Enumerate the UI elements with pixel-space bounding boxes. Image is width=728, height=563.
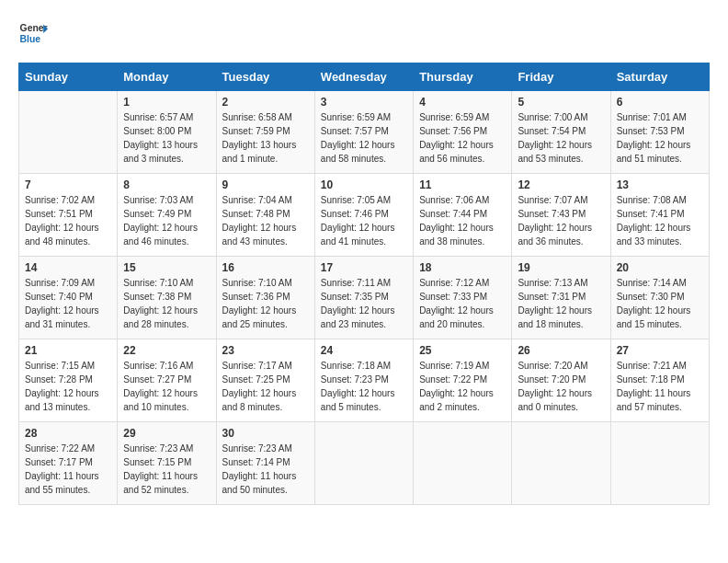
- day-number: 2: [222, 96, 309, 109]
- day-info: Sunrise: 7:19 AM Sunset: 7:22 PM Dayligh…: [419, 359, 506, 414]
- calendar-cell: 19Sunrise: 7:13 AM Sunset: 7:31 PM Dayli…: [512, 257, 610, 339]
- calendar-cell: [414, 422, 512, 505]
- weekday-header-row: SundayMondayTuesdayWednesdayThursdayFrid…: [19, 63, 710, 91]
- calendar-table: SundayMondayTuesdayWednesdayThursdayFrid…: [18, 63, 710, 505]
- calendar-cell: [610, 422, 709, 505]
- day-info: Sunrise: 7:22 AM Sunset: 7:17 PM Dayligh…: [25, 442, 111, 497]
- calendar-cell: 7Sunrise: 7:02 AM Sunset: 7:51 PM Daylig…: [19, 174, 118, 257]
- svg-text:Blue: Blue: [20, 34, 41, 44]
- day-number: 24: [321, 344, 407, 357]
- calendar-cell: 5Sunrise: 7:00 AM Sunset: 7:54 PM Daylig…: [512, 91, 610, 174]
- day-number: 10: [321, 178, 407, 191]
- week-row-5: 28Sunrise: 7:22 AM Sunset: 7:17 PM Dayli…: [19, 422, 710, 505]
- day-number: 17: [321, 261, 407, 274]
- calendar-cell: 18Sunrise: 7:12 AM Sunset: 7:33 PM Dayli…: [414, 257, 512, 339]
- day-info: Sunrise: 7:10 AM Sunset: 7:36 PM Dayligh…: [222, 276, 309, 331]
- weekday-header-wednesday: Wednesday: [314, 63, 413, 91]
- calendar-cell: 13Sunrise: 7:08 AM Sunset: 7:41 PM Dayli…: [610, 174, 709, 257]
- day-info: Sunrise: 6:59 AM Sunset: 7:57 PM Dayligh…: [321, 110, 407, 166]
- day-info: Sunrise: 7:12 AM Sunset: 7:33 PM Dayligh…: [419, 276, 506, 331]
- day-number: 28: [25, 427, 111, 440]
- calendar-cell: 15Sunrise: 7:10 AM Sunset: 7:38 PM Dayli…: [118, 257, 216, 339]
- day-info: Sunrise: 7:06 AM Sunset: 7:44 PM Dayligh…: [419, 193, 506, 248]
- calendar-cell: [19, 91, 118, 174]
- day-info: Sunrise: 7:09 AM Sunset: 7:40 PM Dayligh…: [25, 276, 111, 331]
- week-row-3: 14Sunrise: 7:09 AM Sunset: 7:40 PM Dayli…: [19, 257, 710, 339]
- calendar-cell: 17Sunrise: 7:11 AM Sunset: 7:35 PM Dayli…: [314, 257, 413, 339]
- calendar-cell: 4Sunrise: 6:59 AM Sunset: 7:56 PM Daylig…: [414, 91, 512, 174]
- day-info: Sunrise: 7:05 AM Sunset: 7:46 PM Dayligh…: [321, 193, 407, 248]
- day-number: 9: [222, 178, 309, 191]
- day-info: Sunrise: 7:13 AM Sunset: 7:31 PM Dayligh…: [518, 276, 604, 331]
- calendar-cell: 23Sunrise: 7:17 AM Sunset: 7:25 PM Dayli…: [216, 339, 314, 422]
- day-info: Sunrise: 7:17 AM Sunset: 7:25 PM Dayligh…: [222, 359, 309, 414]
- day-number: 14: [25, 261, 111, 274]
- day-info: Sunrise: 7:07 AM Sunset: 7:43 PM Dayligh…: [518, 193, 604, 248]
- day-number: 23: [222, 344, 309, 357]
- day-number: 3: [321, 96, 407, 109]
- day-number: 1: [123, 96, 210, 109]
- day-number: 27: [617, 344, 703, 357]
- day-info: Sunrise: 7:23 AM Sunset: 7:14 PM Dayligh…: [222, 442, 309, 497]
- day-number: 13: [617, 178, 703, 191]
- day-info: Sunrise: 7:04 AM Sunset: 7:48 PM Dayligh…: [222, 193, 309, 248]
- day-info: Sunrise: 7:11 AM Sunset: 7:35 PM Dayligh…: [321, 276, 407, 331]
- day-info: Sunrise: 7:20 AM Sunset: 7:20 PM Dayligh…: [518, 359, 604, 414]
- day-number: 22: [123, 344, 210, 357]
- weekday-header-sunday: Sunday: [19, 63, 118, 91]
- calendar-cell: 14Sunrise: 7:09 AM Sunset: 7:40 PM Dayli…: [19, 257, 118, 339]
- calendar-cell: 26Sunrise: 7:20 AM Sunset: 7:20 PM Dayli…: [512, 339, 610, 422]
- calendar-cell: 3Sunrise: 6:59 AM Sunset: 7:57 PM Daylig…: [314, 91, 413, 174]
- weekday-header-monday: Monday: [118, 63, 216, 91]
- page-header: General Blue: [18, 18, 710, 48]
- day-number: 18: [419, 261, 506, 274]
- week-row-2: 7Sunrise: 7:02 AM Sunset: 7:51 PM Daylig…: [19, 174, 710, 257]
- calendar-cell: [314, 422, 413, 505]
- day-info: Sunrise: 7:21 AM Sunset: 7:18 PM Dayligh…: [617, 359, 703, 414]
- day-number: 16: [222, 261, 309, 274]
- calendar-cell: 30Sunrise: 7:23 AM Sunset: 7:14 PM Dayli…: [216, 422, 314, 505]
- day-number: 19: [518, 261, 604, 274]
- calendar-cell: 21Sunrise: 7:15 AM Sunset: 7:28 PM Dayli…: [19, 339, 118, 422]
- day-number: 12: [518, 178, 604, 191]
- day-info: Sunrise: 7:00 AM Sunset: 7:54 PM Dayligh…: [518, 110, 604, 166]
- day-number: 5: [518, 96, 604, 109]
- weekday-header-saturday: Saturday: [610, 63, 709, 91]
- weekday-header-tuesday: Tuesday: [216, 63, 314, 91]
- calendar-cell: 24Sunrise: 7:18 AM Sunset: 7:23 PM Dayli…: [314, 339, 413, 422]
- day-number: 15: [123, 261, 210, 274]
- day-number: 29: [123, 427, 210, 440]
- day-number: 4: [419, 96, 506, 109]
- calendar-cell: 1Sunrise: 6:57 AM Sunset: 8:00 PM Daylig…: [118, 91, 216, 174]
- weekday-header-friday: Friday: [512, 63, 610, 91]
- calendar-cell: 2Sunrise: 6:58 AM Sunset: 7:59 PM Daylig…: [216, 91, 314, 174]
- day-number: 11: [419, 178, 506, 191]
- day-info: Sunrise: 7:15 AM Sunset: 7:28 PM Dayligh…: [25, 359, 111, 414]
- day-info: Sunrise: 7:18 AM Sunset: 7:23 PM Dayligh…: [321, 359, 407, 414]
- day-info: Sunrise: 7:10 AM Sunset: 7:38 PM Dayligh…: [123, 276, 210, 331]
- week-row-1: 1Sunrise: 6:57 AM Sunset: 8:00 PM Daylig…: [19, 91, 710, 174]
- day-info: Sunrise: 7:14 AM Sunset: 7:30 PM Dayligh…: [617, 276, 703, 331]
- calendar-cell: 28Sunrise: 7:22 AM Sunset: 7:17 PM Dayli…: [19, 422, 118, 505]
- logo: General Blue: [18, 18, 48, 48]
- day-number: 20: [617, 261, 703, 274]
- day-number: 8: [123, 178, 210, 191]
- day-number: 26: [518, 344, 604, 357]
- calendar-cell: 20Sunrise: 7:14 AM Sunset: 7:30 PM Dayli…: [610, 257, 709, 339]
- calendar-cell: [512, 422, 610, 505]
- calendar-cell: 10Sunrise: 7:05 AM Sunset: 7:46 PM Dayli…: [314, 174, 413, 257]
- day-number: 21: [25, 344, 111, 357]
- weekday-header-thursday: Thursday: [414, 63, 512, 91]
- calendar-cell: 9Sunrise: 7:04 AM Sunset: 7:48 PM Daylig…: [216, 174, 314, 257]
- day-info: Sunrise: 7:01 AM Sunset: 7:53 PM Dayligh…: [617, 110, 703, 166]
- calendar-cell: 11Sunrise: 7:06 AM Sunset: 7:44 PM Dayli…: [414, 174, 512, 257]
- calendar-cell: 27Sunrise: 7:21 AM Sunset: 7:18 PM Dayli…: [610, 339, 709, 422]
- calendar-cell: 8Sunrise: 7:03 AM Sunset: 7:49 PM Daylig…: [118, 174, 216, 257]
- day-info: Sunrise: 7:23 AM Sunset: 7:15 PM Dayligh…: [123, 442, 210, 497]
- calendar-cell: 12Sunrise: 7:07 AM Sunset: 7:43 PM Dayli…: [512, 174, 610, 257]
- calendar-cell: 29Sunrise: 7:23 AM Sunset: 7:15 PM Dayli…: [118, 422, 216, 505]
- day-number: 25: [419, 344, 506, 357]
- calendar-cell: 22Sunrise: 7:16 AM Sunset: 7:27 PM Dayli…: [118, 339, 216, 422]
- day-info: Sunrise: 6:59 AM Sunset: 7:56 PM Dayligh…: [419, 110, 506, 166]
- day-info: Sunrise: 6:57 AM Sunset: 8:00 PM Dayligh…: [123, 110, 210, 166]
